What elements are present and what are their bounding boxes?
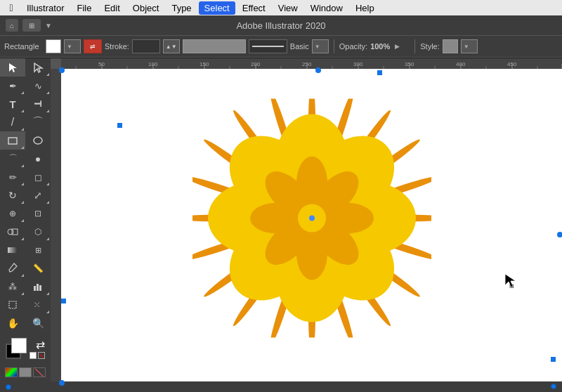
tool-subtool-indicator (21, 201, 24, 204)
tool-row-10: ⬡ (0, 223, 51, 241)
vertical-type-tool[interactable]: T (25, 95, 51, 113)
selection-handle-tr[interactable] (377, 70, 382, 75)
horizontal-ruler: 0 50 100 150 200 250 300 350 400 450 (51, 58, 562, 69)
scroll-corner-tl (59, 67, 65, 73)
symbol-sprayer-tool[interactable]: ⁂ (0, 277, 25, 296)
fill-none-icon[interactable] (30, 352, 37, 359)
svg-text:100: 100 (148, 61, 158, 67)
menu-object[interactable]: Object (127, 1, 165, 15)
stroke-input[interactable] (132, 39, 160, 53)
mesh-tool[interactable]: ⊞ (25, 241, 51, 259)
menu-effect[interactable]: Effect (237, 1, 271, 15)
scroll-corner-bl (59, 380, 65, 386)
svg-text:350: 350 (405, 61, 414, 67)
scale-tool[interactable]: ⤢ (25, 186, 51, 204)
gradient-tool[interactable] (0, 241, 25, 259)
menu-illustrator[interactable]: Illustrator (21, 1, 70, 15)
rotate-tool[interactable]: ↻ (0, 186, 25, 204)
swap-icon[interactable]: ⇄ (36, 338, 45, 351)
transform-btn[interactable]: ⇌ (84, 39, 102, 53)
tool-row-2: ✒ ∿ (0, 77, 51, 95)
style-swatch[interactable] (443, 39, 458, 53)
paintbrush-tool[interactable]: ⌒ (0, 150, 25, 168)
stroke-none-icon[interactable] (38, 352, 45, 359)
menu-select[interactable]: Select (199, 1, 235, 15)
color-mode-btn[interactable] (5, 367, 18, 377)
color-mode-row (0, 365, 51, 380)
arc-tool[interactable]: ⌒ (25, 113, 51, 131)
perspective-grid-tool[interactable]: ⬡ (25, 223, 51, 241)
menu-help[interactable]: Help (350, 1, 380, 15)
tool-row-13: ⁂ (0, 277, 51, 296)
svg-point-3 (34, 137, 42, 144)
left-toolbar: ✒ ∿ T T / ⌒ ⌒ ● (0, 58, 51, 381)
pen-tool[interactable]: ✒ (0, 77, 25, 95)
basic-dropdown[interactable]: ▼ (312, 39, 329, 53)
menu-window[interactable]: Window (305, 1, 348, 15)
menu-bar:  Illustrator File Edit Object Type Sele… (0, 0, 562, 15)
rectangle-tool[interactable] (0, 131, 25, 150)
tool-row-11: ⊞ (0, 241, 51, 259)
tool-row-9: ⊕ ⊡ (0, 204, 51, 223)
scroll-corner-tr (315, 67, 321, 73)
menu-edit[interactable]: Edit (98, 1, 125, 15)
apple-menu[interactable]:  (6, 2, 17, 13)
hand-tool[interactable]: ✋ (0, 314, 25, 332)
fill-indicator[interactable] (11, 338, 27, 353)
flower-center-dot (309, 215, 315, 221)
ellipse-tool[interactable] (25, 131, 51, 150)
direct-select-tool[interactable] (25, 58, 51, 77)
menu-file[interactable]: File (71, 1, 97, 15)
measure-tool[interactable]: 📏 (25, 259, 51, 277)
eyedropper-tool[interactable] (0, 259, 25, 277)
curvature-tool[interactable]: ∿ (25, 77, 51, 95)
canvas-area[interactable]: ⊞ (61, 69, 562, 381)
grid-icon[interactable]: ⊞ (22, 19, 41, 32)
style-dropdown[interactable]: ▼ (461, 39, 478, 53)
svg-rect-43 (51, 69, 61, 381)
toolbar-sep2 (414, 39, 415, 53)
warp-tool[interactable]: ⊕ (0, 204, 25, 223)
selection-handle-br[interactable] (551, 357, 556, 362)
eraser-tool[interactable]: ◻ (25, 168, 51, 186)
blob-brush-tool[interactable]: ● (25, 150, 51, 168)
selection-handle-bl[interactable] (61, 299, 66, 303)
svg-text:400: 400 (456, 61, 466, 67)
fill-dropdown[interactable]: ▼ (64, 39, 81, 53)
shape-builder-tool[interactable] (0, 223, 25, 241)
gradient-mode-btn[interactable] (19, 367, 32, 377)
bottom-bar (0, 381, 562, 392)
type-tool[interactable]: T (0, 95, 25, 113)
free-transform-tool[interactable]: ⊡ (25, 204, 51, 223)
selection-handle-tl[interactable] (117, 123, 122, 128)
opacity-arrow[interactable]: ▶ (393, 39, 410, 53)
svg-text:150: 150 (200, 61, 209, 67)
brush-selector[interactable] (249, 39, 287, 53)
line-tool[interactable]: / (0, 113, 25, 131)
vertical-ruler (51, 69, 61, 392)
fill-swatch[interactable] (46, 39, 61, 53)
menu-type[interactable]: Type (166, 1, 197, 15)
slice-tool[interactable]: ⛌ (25, 296, 51, 314)
object-type-label: Rectangle (4, 42, 43, 51)
stroke-color-rect[interactable] (183, 39, 246, 53)
artboard-tool[interactable] (0, 296, 25, 314)
tool-row-4: / ⌒ (0, 113, 51, 131)
color-mode-icons (30, 352, 45, 359)
app-title: Adobe Illustrator 2020 (236, 20, 325, 31)
none-mode-btn[interactable] (33, 367, 46, 377)
tool-subtool-indicator (21, 128, 24, 131)
stroke-dropdown[interactable]: ▲▼ (163, 39, 180, 53)
zoom-tool[interactable]: 🔍 (25, 314, 51, 332)
menu-view[interactable]: View (273, 1, 303, 15)
select-tool[interactable] (0, 58, 25, 77)
home-icon[interactable]: ⌂ (6, 19, 18, 32)
column-graph-tool[interactable] (25, 277, 51, 296)
tool-row-6: ⌒ ● (0, 150, 51, 168)
pencil-tool[interactable]: ✏ (0, 168, 25, 186)
cursor-indicator: ⊞ (504, 273, 518, 290)
layout-caret[interactable]: ▼ (45, 22, 52, 30)
control-bar: Rectangle ▼ ⇌ Stroke: ▲▼ Basic ▼ Opacity… (0, 35, 562, 58)
svg-rect-10 (9, 301, 16, 308)
stroke-label: Stroke: (105, 42, 129, 51)
